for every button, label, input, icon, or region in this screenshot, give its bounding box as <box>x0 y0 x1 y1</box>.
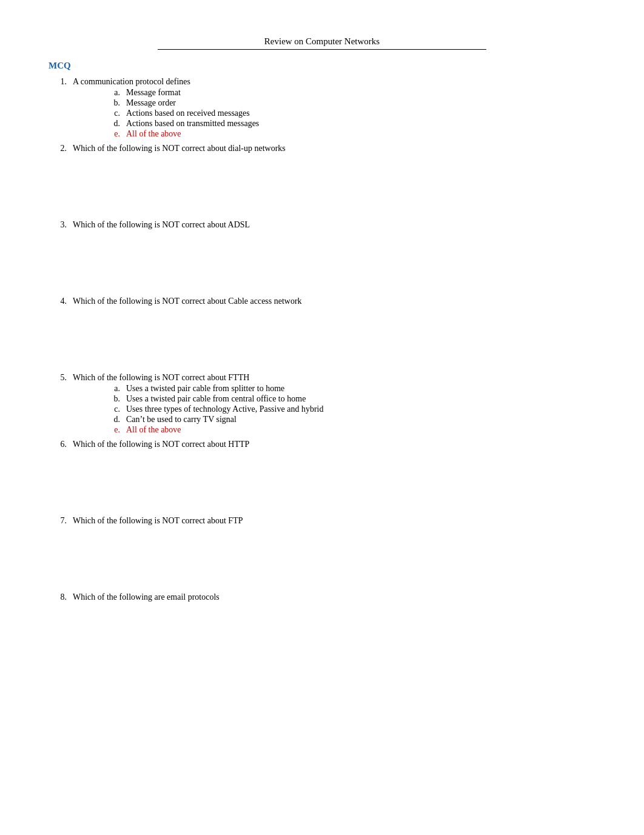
option-text: Uses three types of technology Active, P… <box>126 404 595 414</box>
question-number: 6. <box>49 440 73 449</box>
question-item: 6.Which of the following is NOT correct … <box>49 440 595 511</box>
option-item: e.All of the above <box>103 425 595 435</box>
option-text: Uses a twisted pair cable from splitter … <box>126 384 595 394</box>
question-number: 7. <box>49 516 73 526</box>
question-text: Which of the following is NOT correct ab… <box>73 373 595 383</box>
option-item: d.Can’t be used to carry TV signal <box>103 415 595 424</box>
spacer <box>49 231 595 292</box>
question-number: 1. <box>49 77 73 87</box>
question-number: 4. <box>49 297 73 306</box>
option-item: c.Uses three types of technology Active,… <box>103 404 595 414</box>
question-item: 5.Which of the following is NOT correct … <box>49 373 595 435</box>
option-text: Message format <box>126 88 595 98</box>
question-text: Which of the following are email protoco… <box>73 592 595 602</box>
option-text: Uses a twisted pair cable from central o… <box>126 394 595 404</box>
option-item: c.Actions based on received messages <box>103 109 595 118</box>
option-letter: b. <box>103 394 126 404</box>
questions-list: 1.A communication protocol definesa.Mess… <box>49 77 595 602</box>
question-text: A communication protocol defines <box>73 77 595 87</box>
spacer <box>49 155 595 215</box>
option-item: b.Message order <box>103 98 595 108</box>
question-text: Which of the following is NOT correct ab… <box>73 516 595 526</box>
option-letter: c. <box>103 404 126 414</box>
spacer <box>49 451 595 511</box>
spacer <box>49 307 595 368</box>
option-letter: c. <box>103 109 126 118</box>
option-letter: a. <box>103 384 126 394</box>
option-item: b.Uses a twisted pair cable from central… <box>103 394 595 404</box>
option-text: Message order <box>126 98 595 108</box>
option-letter: e. <box>103 129 126 139</box>
option-text: Actions based on received messages <box>126 109 595 118</box>
question-text: Which of the following is NOT correct ab… <box>73 297 595 306</box>
option-text: All of the above <box>126 129 595 139</box>
spacer <box>49 527 595 588</box>
option-letter: a. <box>103 88 126 98</box>
question-number: 2. <box>49 144 73 153</box>
option-letter: e. <box>103 425 126 435</box>
question-text: Which of the following is NOT correct ab… <box>73 220 595 230</box>
question-item: 1.A communication protocol definesa.Mess… <box>49 77 595 139</box>
option-text: Can’t be used to carry TV signal <box>126 415 595 424</box>
option-item: d.Actions based on transmitted messages <box>103 119 595 129</box>
option-letter: d. <box>103 415 126 424</box>
option-text: Actions based on transmitted messages <box>126 119 595 129</box>
question-text: Which of the following is NOT correct ab… <box>73 440 595 449</box>
question-number: 3. <box>49 220 73 230</box>
option-item: a.Uses a twisted pair cable from splitte… <box>103 384 595 394</box>
page-title: Review on Computer Networks <box>158 36 486 50</box>
option-item: e.All of the above <box>103 129 595 139</box>
question-item: 4.Which of the following is NOT correct … <box>49 297 595 368</box>
question-item: 2.Which of the following is NOT correct … <box>49 144 595 215</box>
options-list: a.Uses a twisted pair cable from splitte… <box>103 384 595 435</box>
question-item: 8.Which of the following are email proto… <box>49 592 595 602</box>
option-letter: d. <box>103 119 126 129</box>
options-list: a.Message formatb.Message orderc.Actions… <box>103 88 595 139</box>
question-item: 7.Which of the following is NOT correct … <box>49 516 595 588</box>
section-heading: MCQ <box>49 61 595 71</box>
option-letter: b. <box>103 98 126 108</box>
question-number: 5. <box>49 373 73 383</box>
option-text: All of the above <box>126 425 595 435</box>
option-item: a.Message format <box>103 88 595 98</box>
question-text: Which of the following is NOT correct ab… <box>73 144 595 153</box>
question-number: 8. <box>49 592 73 602</box>
question-item: 3.Which of the following is NOT correct … <box>49 220 595 292</box>
